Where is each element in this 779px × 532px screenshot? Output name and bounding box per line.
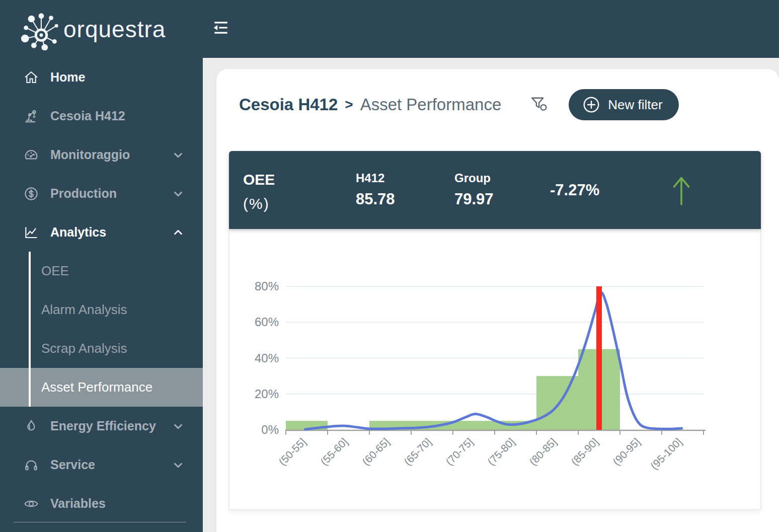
x-axis-tick-label: (55-60] [318, 436, 350, 468]
sidebar-item-label: Monitoraggio [50, 147, 130, 162]
y-axis-tick-label: 40% [255, 351, 279, 365]
y-axis-tick-label: 0% [261, 423, 279, 436]
sidebar-item-cesoia-h412[interactable]: Cesoia H412 [0, 97, 203, 135]
y-axis-tick-label: 20% [255, 387, 279, 401]
x-axis-tick-label: (70-75] [443, 436, 475, 468]
dollar-icon [23, 186, 39, 202]
oee-marker-line [596, 286, 602, 430]
oee-panel: OEE (%) H41285.78Group79.97 -7.27% 0%20%… [229, 151, 761, 510]
filter-icon [528, 94, 549, 115]
eye-icon [23, 496, 39, 512]
gauge-icon [23, 147, 39, 163]
sidebar-item-energy-efficiency[interactable]: Energy Efficiency [0, 407, 203, 445]
kpi-column-value: 85.78 [356, 190, 395, 208]
breadcrumb: Cesoia H412 > Asset Performance New filt… [239, 88, 679, 121]
sidebar-subitem-label: Scrap Analysis [41, 341, 127, 356]
app-root: orquestra HomeCesoia H412MonitoraggioPro… [0, 0, 779, 532]
logo-text: orquestra [63, 16, 166, 43]
kpi-column-value: 79.97 [454, 190, 494, 208]
sidebar-subitem-alarm-analysis[interactable]: Alarm Analysis [0, 290, 203, 329]
sidebar-item-label: Variables [50, 496, 106, 511]
headset-icon [23, 457, 39, 473]
sidebar-item-label: Home [50, 70, 85, 85]
oee-histogram-chart: 0%20%40%60%80%(50-55](55-60](60-65](65-7… [229, 229, 760, 509]
x-axis-tick-label: (90-95] [610, 436, 642, 468]
sidebar-subitem-scrap-analysis[interactable]: Scrap Analysis [0, 329, 203, 368]
home-icon [23, 69, 39, 86]
filter-reset-button[interactable] [527, 94, 550, 116]
sidebar-item-monitoraggio[interactable]: Monitoraggio [0, 135, 203, 174]
sidebar-item-service[interactable]: Service [0, 445, 203, 484]
y-axis-tick-label: 80% [255, 279, 279, 293]
main-content: Cesoia H412 > Asset Performance New filt… [203, 58, 779, 532]
y-axis-tick-label: 60% [255, 315, 279, 329]
kpi-column-group: Group79.97 [454, 171, 494, 208]
analytics-icon [23, 224, 39, 241]
sidebar-divider [14, 522, 186, 522]
sidebar-item-home[interactable]: Home [0, 58, 203, 97]
sidebar-nav: HomeCesoia H412MonitoraggioProductionAna… [0, 58, 203, 523]
machine-icon [23, 108, 39, 124]
sidebar-sublist-analytics: OEEAlarm AnalysisScrap AnalysisAsset Per… [0, 252, 203, 407]
x-axis-tick-label: (60-65] [360, 436, 392, 468]
sidebar: orquestra HomeCesoia H412MonitoraggioPro… [0, 0, 203, 532]
chevron-down-icon [172, 187, 185, 200]
chevron-up-icon [172, 226, 185, 239]
plus-circle-icon [582, 95, 601, 114]
new-filter-label: New filter [608, 97, 662, 113]
histogram-bar [453, 421, 495, 430]
kpi-delta-value: -7.27% [550, 181, 599, 199]
chevron-down-icon [172, 420, 185, 433]
histogram-bar [536, 376, 578, 430]
sidebar-item-label: Analytics [50, 225, 106, 240]
sidebar-item-label: Service [50, 458, 95, 472]
sidebar-item-label: Cesoia H412 [50, 109, 125, 123]
x-axis-tick-label: (95-100] [648, 436, 684, 472]
sidebar-subitem-asset-performance[interactable]: Asset Performance [0, 368, 203, 407]
kpi-column-h412: H41285.78 [356, 171, 395, 208]
kpi-column-label: H412 [356, 171, 395, 185]
sidebar-item-label: Production [50, 186, 117, 201]
breadcrumb-separator: > [345, 97, 353, 113]
kpi-metric-title: OEE (%) [243, 168, 275, 216]
chart-area: 0%20%40%60%80%(50-55](55-60](60-65](65-7… [229, 229, 761, 510]
new-filter-button[interactable]: New filter [569, 89, 678, 120]
brand-logo[interactable]: orquestra [0, 0, 203, 58]
sidebar-item-production[interactable]: Production [0, 174, 203, 213]
sidebar-subitem-oee[interactable]: OEE [0, 252, 203, 290]
sidebar-item-variables[interactable]: Variables [0, 484, 203, 523]
chevron-down-icon [172, 148, 185, 162]
flame-icon [23, 418, 39, 434]
kpi-banner: OEE (%) H41285.78Group79.97 -7.27% [229, 151, 761, 229]
sidebar-item-analytics[interactable]: Analytics [0, 213, 203, 252]
density-line [305, 292, 682, 429]
breadcrumb-machine[interactable]: Cesoia H412 [239, 95, 338, 114]
sidebar-subitem-label: OEE [41, 263, 69, 279]
kpi-metric-unit: (%) [243, 192, 275, 216]
x-axis-tick-label: (80-85] [527, 436, 559, 468]
kpi-metric-name: OEE [243, 168, 275, 192]
sidebar-subitem-label: Alarm Analysis [41, 302, 127, 318]
logo-network-icon [18, 8, 62, 50]
x-axis-tick-label: (85-90] [569, 436, 600, 468]
sidebar-item-label: Energy Efficiency [50, 419, 156, 433]
x-axis-tick-label: (50-55] [276, 436, 308, 468]
sidebar-collapse-button[interactable] [210, 18, 232, 38]
collapse-sidebar-icon [212, 21, 230, 35]
breadcrumb-page-title: Asset Performance [360, 95, 502, 114]
chevron-down-icon [172, 459, 185, 472]
trend-up-arrow-icon [670, 174, 693, 206]
sidebar-subitem-label: Asset Performance [41, 379, 152, 395]
content-card: Cesoia H412 > Asset Performance New filt… [216, 69, 779, 532]
topbar [203, 0, 779, 58]
x-axis-tick-label: (75-80] [485, 436, 517, 468]
x-axis-tick-label: (65-70] [402, 436, 433, 468]
kpi-column-label: Group [454, 171, 494, 185]
